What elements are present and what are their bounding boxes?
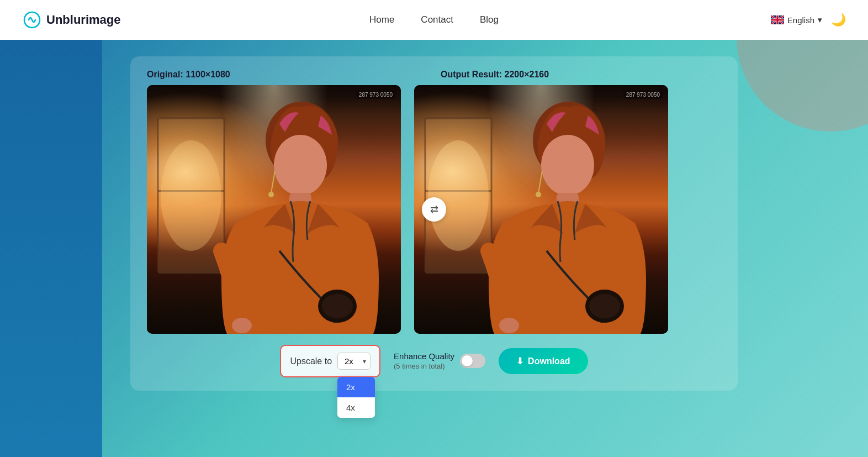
header: Unblurimage Home Contact Blog English ▾ …	[0, 0, 868, 40]
logo-icon	[22, 10, 42, 30]
upscale-select-display[interactable]: 2x	[337, 353, 371, 370]
svg-point-3	[161, 140, 221, 251]
logo-area[interactable]: Unblurimage	[22, 10, 120, 30]
svg-point-10	[322, 294, 353, 318]
controls-row: Upscale to 2x ▾ 2x 4x Enhance Quality (5…	[147, 345, 721, 377]
svg-point-5	[274, 135, 327, 196]
svg-line-7	[271, 171, 275, 193]
watermark-right: 287 973 0050	[623, 91, 663, 99]
enhance-quality-control: Enhance Quality (5 times in total)	[394, 351, 485, 371]
nav: Home Contact Blog	[369, 14, 499, 25]
original-photo: 287 973 0050	[147, 85, 401, 334]
upscale-label: Upscale to	[290, 356, 332, 366]
main-content: Original: 1100×1080 Output Result: 2200×…	[0, 40, 868, 407]
dropdown-option-4x[interactable]: 4x	[337, 397, 375, 418]
original-label-container: Original: 1100×1080	[147, 70, 427, 80]
enhance-toggle[interactable]	[460, 354, 485, 368]
enhance-quality-text: Enhance Quality (5 times in total)	[394, 351, 454, 371]
select-wrapper[interactable]: 2x ▾ 2x 4x	[337, 353, 371, 370]
svg-point-11	[232, 318, 252, 333]
nav-contact[interactable]: Contact	[421, 14, 453, 25]
svg-line-18	[538, 171, 542, 193]
svg-point-16	[541, 135, 594, 196]
language-selector[interactable]: English ▾	[771, 15, 822, 25]
original-image: 287 973 0050	[147, 85, 401, 334]
original-photo-overlay	[147, 85, 401, 334]
watermark-left: 287 973 0050	[356, 91, 395, 99]
output-photo: 287 973 0050	[414, 85, 668, 334]
upscale-dropdown[interactable]: 2x 4x	[337, 377, 375, 418]
dark-mode-icon[interactable]: 🌙	[831, 13, 846, 27]
comparison-area: Original: 1100×1080 Output Result: 2200×…	[130, 56, 738, 391]
enhance-quality-line1: Enhance Quality	[394, 351, 454, 362]
svg-point-14	[428, 140, 489, 251]
output-label-container: Output Result: 2200×2160	[441, 70, 721, 80]
svg-point-19	[536, 192, 541, 197]
swap-icon: ⇄	[430, 203, 438, 216]
language-dropdown-arrow: ▾	[818, 15, 822, 25]
images-wrapper: 287 973 0050 ⇄	[147, 85, 721, 334]
output-photo-overlay	[414, 85, 668, 334]
header-right: English ▾ 🌙	[771, 13, 846, 27]
nav-home[interactable]: Home	[369, 14, 394, 25]
output-image: 287 973 0050	[414, 85, 668, 334]
download-label: Download	[528, 356, 570, 366]
upscale-control: Upscale to 2x ▾ 2x 4x	[280, 345, 380, 377]
bg-left-panel	[0, 0, 102, 457]
svg-point-8	[268, 192, 274, 197]
language-label: English	[787, 15, 814, 25]
download-button[interactable]: ⬇ Download	[499, 348, 588, 374]
flag-icon	[771, 15, 784, 24]
download-icon: ⬇	[516, 356, 523, 366]
enhance-quality-line2: (5 times in total)	[394, 362, 454, 371]
nav-blog[interactable]: Blog	[480, 14, 499, 25]
output-label: Output Result: 2200×2160	[441, 70, 549, 79]
logo-text: Unblurimage	[46, 13, 120, 27]
original-label: Original: 1100×1080	[147, 70, 230, 79]
svg-point-21	[589, 294, 620, 318]
swap-button[interactable]: ⇄	[422, 197, 446, 222]
dropdown-option-2x[interactable]: 2x	[337, 377, 375, 397]
svg-point-22	[499, 318, 519, 333]
